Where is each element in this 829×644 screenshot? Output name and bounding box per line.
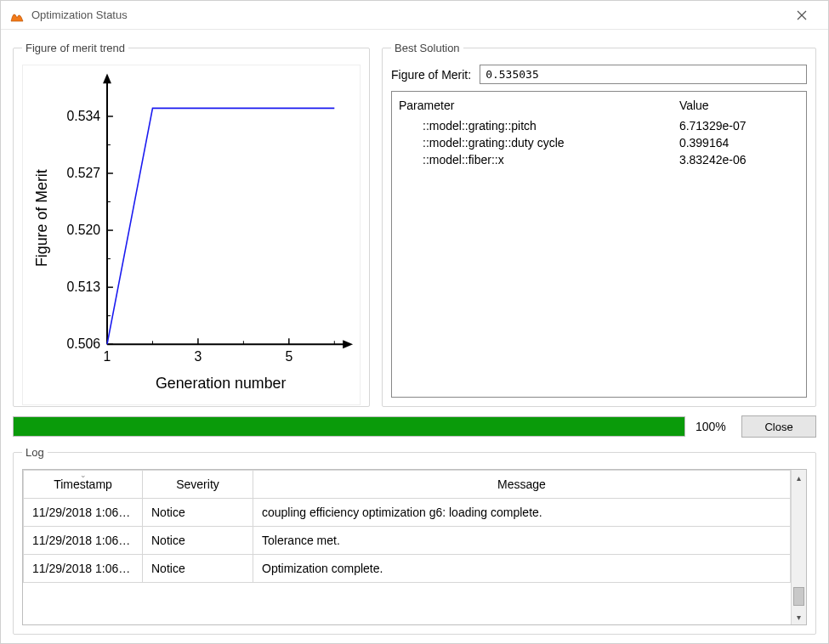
top-row: Figure of merit trend 0.5060.5130.5200.5… bbox=[13, 42, 816, 407]
best-solution-legend: Best Solution bbox=[391, 42, 463, 54]
chart-canvas: 0.5060.5130.5200.5270.534135Generation n… bbox=[22, 65, 361, 405]
chart-svg: 0.5060.5130.5200.5270.534135Generation n… bbox=[23, 65, 360, 404]
param-value-cell: 3.83242e-06 bbox=[679, 151, 799, 168]
parameters-box: Parameter Value ::model::grating::pitch6… bbox=[391, 91, 807, 398]
close-icon bbox=[797, 10, 807, 20]
log-cell-severity: Notice bbox=[143, 527, 253, 555]
scroll-track[interactable] bbox=[792, 485, 806, 609]
figure-of-merit-trend-group: Figure of merit trend 0.5060.5130.5200.5… bbox=[13, 42, 370, 407]
scroll-up-icon[interactable]: ▴ bbox=[792, 470, 806, 485]
svg-text:0.513: 0.513 bbox=[66, 280, 100, 294]
window-close-button[interactable] bbox=[784, 3, 820, 27]
scroll-thumb[interactable] bbox=[793, 587, 804, 606]
log-cell-message: coupling efficiency optimization g6: loa… bbox=[253, 499, 791, 527]
param-row: ::model::grating::duty cycle0.399164 bbox=[399, 134, 799, 151]
log-group: Log ⌄ Timestamp Se bbox=[13, 446, 816, 635]
close-button[interactable]: Close bbox=[741, 415, 816, 438]
svg-text:Generation number: Generation number bbox=[156, 375, 287, 392]
window-title: Optimization Status bbox=[31, 8, 128, 21]
scroll-down-icon[interactable]: ▾ bbox=[792, 609, 806, 624]
svg-marker-5 bbox=[343, 340, 353, 348]
app-icon bbox=[9, 8, 25, 23]
titlebar: Optimization Status bbox=[1, 1, 828, 30]
parameters-table: Parameter Value ::model::grating::pitch6… bbox=[399, 97, 799, 168]
content-area: Figure of merit trend 0.5060.5130.5200.5… bbox=[1, 30, 828, 643]
svg-text:0.520: 0.520 bbox=[66, 223, 100, 237]
log-cell-message: Tolerance met. bbox=[253, 527, 791, 555]
log-table: ⌄ Timestamp Severity Message 11/29/2018 … bbox=[23, 470, 791, 583]
log-cell-timestamp: 11/29/2018 1:06… bbox=[24, 527, 143, 555]
svg-text:1: 1 bbox=[104, 349, 111, 364]
param-value-cell: 0.399164 bbox=[679, 134, 799, 151]
svg-text:0.534: 0.534 bbox=[66, 109, 100, 123]
log-cell-message: Optimization complete. bbox=[253, 555, 791, 583]
progress-bar bbox=[13, 416, 685, 437]
log-cell-severity: Notice bbox=[143, 555, 253, 583]
value-header: Value bbox=[679, 97, 799, 117]
progress-percent: 100% bbox=[696, 420, 731, 433]
svg-marker-3 bbox=[103, 73, 111, 83]
chart-group-legend: Figure of merit trend bbox=[22, 42, 128, 54]
log-wrap: ⌄ Timestamp Severity Message 11/29/2018 … bbox=[22, 469, 807, 625]
log-col-severity[interactable]: Severity bbox=[143, 471, 253, 499]
figure-of-merit-value[interactable] bbox=[480, 65, 807, 84]
svg-text:0.506: 0.506 bbox=[66, 336, 100, 351]
log-row: 11/29/2018 1:06…NoticeTolerance met. bbox=[24, 527, 791, 555]
param-row: ::model::grating::pitch6.71329e-07 bbox=[399, 117, 799, 134]
optimization-status-window: Optimization Status Figure of merit tren… bbox=[0, 0, 829, 644]
progress-fill bbox=[14, 417, 684, 436]
log-col-message[interactable]: Message bbox=[253, 471, 791, 499]
progress-row: 100% Close bbox=[13, 415, 816, 438]
figure-of-merit-row: Figure of Merit: bbox=[391, 65, 807, 84]
log-col-timestamp[interactable]: ⌄ Timestamp bbox=[24, 471, 143, 499]
param-name-cell: ::model::grating::pitch bbox=[399, 117, 679, 134]
log-row: 11/29/2018 1:06…Noticecoupling efficienc… bbox=[24, 499, 791, 527]
log-scrollbar[interactable]: ▴ ▾ bbox=[791, 470, 806, 624]
param-name-cell: ::model::fiber::x bbox=[399, 151, 679, 168]
sort-indicator-icon: ⌄ bbox=[80, 471, 87, 479]
param-header: Parameter bbox=[399, 97, 679, 117]
best-solution-group: Best Solution Figure of Merit: Parameter… bbox=[382, 42, 816, 407]
log-legend: Log bbox=[22, 446, 48, 459]
svg-text:5: 5 bbox=[285, 349, 292, 364]
log-cell-timestamp: 11/29/2018 1:06… bbox=[24, 555, 143, 583]
param-value-cell: 6.71329e-07 bbox=[679, 117, 799, 134]
svg-text:0.527: 0.527 bbox=[66, 166, 100, 180]
log-cell-severity: Notice bbox=[143, 499, 253, 527]
param-row: ::model::fiber::x3.83242e-06 bbox=[399, 151, 799, 168]
figure-of-merit-label: Figure of Merit: bbox=[391, 68, 471, 82]
svg-text:3: 3 bbox=[195, 349, 202, 364]
log-table-wrap: ⌄ Timestamp Severity Message 11/29/2018 … bbox=[23, 470, 791, 624]
log-row: 11/29/2018 1:06…NoticeOptimization compl… bbox=[24, 555, 791, 583]
svg-text:Figure of Merit: Figure of Merit bbox=[33, 169, 50, 267]
param-name-cell: ::model::grating::duty cycle bbox=[399, 134, 679, 151]
log-cell-timestamp: 11/29/2018 1:06… bbox=[24, 499, 143, 527]
